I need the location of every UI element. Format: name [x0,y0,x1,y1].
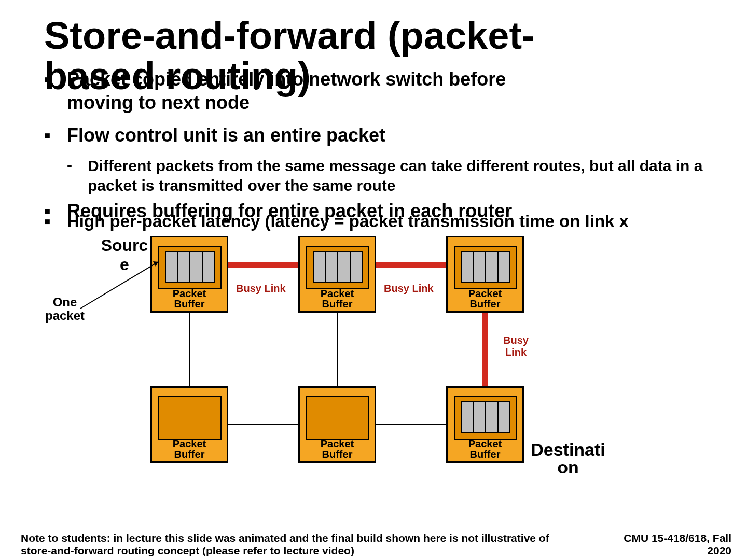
node-label: Packet Buffer [300,288,375,309]
bullet-4-text: High per-packet latency (latency = packe… [67,211,629,232]
router-node-6: Packet Buffer [446,386,524,463]
bullet-2-sub-text: Different packets from the same message … [88,157,702,194]
busy-link-1 [228,262,298,268]
footer-course: CMU 15-418/618, Fall 2020 [597,532,731,557]
bullet-2-sub: Different packets from the same message … [44,156,729,195]
idle-link-h1 [228,424,298,425]
idle-link-v2 [337,313,338,386]
svg-line-0 [80,262,158,309]
bullet-marker-icon: ▪ [44,209,51,233]
bullet-list: Packet copied entirely into network swit… [44,67,729,230]
idle-link-h2 [376,424,446,425]
router-node-5: Packet Buffer [298,386,376,463]
idle-link-v1 [189,313,190,386]
node-label: Packet Buffer [152,439,227,459]
busy-link-3 [482,313,488,386]
router-node-2: Packet Buffer [298,236,376,313]
packet-grid-icon [313,251,363,283]
bullet-1-line-b: moving to next node [67,92,250,113]
busy-link-2-label: Busy Link [384,283,434,295]
bullet-1: Packet copied entirely into network swit… [44,67,729,114]
node-inner [306,396,369,440]
node-inner [158,396,222,440]
bullet-1-line-a: Packet copied entirely into network swit… [67,68,506,90]
router-node-3: Packet Buffer [446,236,524,313]
title-line-1: Store-and-forward (packet- [44,14,535,57]
busy-link-3-label: Busy Link [503,334,529,358]
bullet-2: Flow control unit is an entire packet [44,123,729,147]
destination-label: Destinati on [524,441,612,476]
busy-link-1-label: Busy Link [236,283,286,295]
packet-grid-icon [461,401,510,433]
node-label: Packet Buffer [448,439,522,459]
bullet-2-text: Flow control unit is an entire packet [67,124,385,146]
footer-note: Note to students: in lecture this slide … [21,532,555,557]
arrow-icon [78,254,166,311]
node-label: Packet Buffer [448,288,522,309]
packet-grid-icon [165,251,215,283]
routing-diagram: Busy Link Busy Link Busy Link Packet Buf… [42,236,560,495]
busy-link-2 [376,262,446,268]
node-label: Packet Buffer [300,439,375,459]
packet-grid-icon [461,251,510,283]
router-node-4: Packet Buffer [150,386,228,463]
overlapping-bullets: ▪ ▪ Requires buffering for entire packet… [44,204,729,230]
